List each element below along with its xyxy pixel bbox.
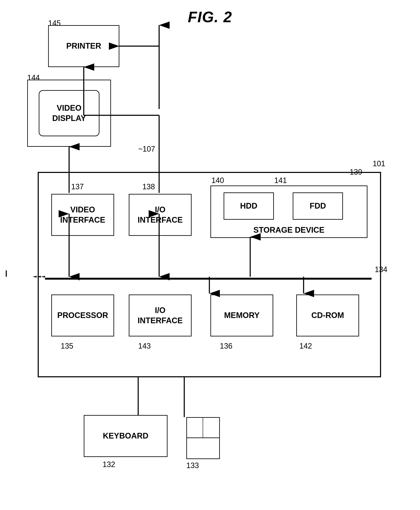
ref-134: 134 <box>375 265 387 274</box>
mouse-top <box>187 418 219 438</box>
fdd-box: FDD <box>293 193 343 220</box>
cdrom-label: CD-ROM <box>311 310 344 320</box>
cdrom-box: CD-ROM <box>296 294 359 336</box>
ref-137: 137 <box>71 182 84 191</box>
keyboard-box: KEYBOARD <box>84 415 167 457</box>
ref-101: 101 <box>373 159 385 168</box>
diagram-container: FIG. 2 PRINTER 145 VIDEODISPLAY 144 VIDE… <box>0 0 420 510</box>
ref-135: 135 <box>61 342 73 350</box>
hdd-box: HDD <box>224 193 274 220</box>
ref-138: 138 <box>142 182 155 191</box>
ref-144: 144 <box>27 73 40 82</box>
ref-133: 133 <box>186 461 199 470</box>
memory-label: MEMORY <box>224 310 260 320</box>
ref-139: 139 <box>350 168 362 177</box>
fig-title: FIG. 2 <box>188 8 232 26</box>
io-interface-bottom-label: I/OINTERFACE <box>138 305 183 326</box>
video-interface-box: VIDEOINTERFACE <box>51 194 114 236</box>
video-display-box: VIDEODISPLAY <box>27 80 111 147</box>
ref-140: 140 <box>211 176 224 185</box>
keyboard-label: KEYBOARD <box>103 431 148 441</box>
svg-marker-12 <box>32 276 37 278</box>
io-interface-top-label: I/OINTERFACE <box>138 205 183 225</box>
printer-label: PRINTER <box>66 41 101 51</box>
hdd-label: HDD <box>240 201 257 211</box>
processor-box: PROCESSOR <box>51 294 114 336</box>
ref-136: 136 <box>220 342 232 350</box>
ref-141: 141 <box>274 176 287 185</box>
bus-line <box>45 278 372 280</box>
ref-143: 143 <box>138 342 151 350</box>
mouse-left-button <box>187 418 203 438</box>
fdd-label: FDD <box>310 201 326 211</box>
io-interface-bottom-box: I/OINTERFACE <box>129 294 192 336</box>
ref-132: 132 <box>103 460 115 469</box>
storage-device-label: STORAGE DEVICE <box>253 225 324 235</box>
printer-box: PRINTER <box>48 25 119 67</box>
io-interface-top-box: I/OINTERFACE <box>129 194 192 236</box>
memory-box: MEMORY <box>210 294 273 336</box>
main-system-box: VIDEOINTERFACE I/OINTERFACE HDD FDD STOR… <box>38 172 381 377</box>
storage-device-box: HDD FDD STORAGE DEVICE <box>210 185 368 238</box>
mouse-box <box>186 417 220 459</box>
video-display-inner: VIDEODISPLAY <box>39 90 99 136</box>
video-interface-label: VIDEOINTERFACE <box>60 205 105 225</box>
video-display-label: VIDEODISPLAY <box>52 103 86 124</box>
ref-107: ~107 <box>138 145 155 154</box>
ref-142: 142 <box>300 342 312 350</box>
mouse-body <box>187 438 219 458</box>
ref-145: 145 <box>48 19 61 28</box>
processor-label: PROCESSOR <box>57 310 108 320</box>
